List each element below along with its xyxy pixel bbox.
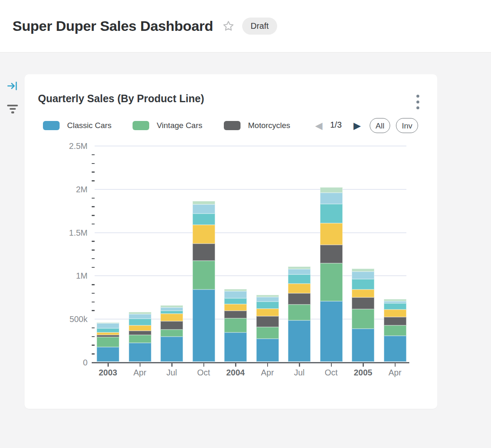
bar-apr-1 — [129, 312, 151, 362]
legend-row: Classic Cars Vintage Cars Motorcycles ◀ … — [25, 117, 437, 134]
bar-segment[interactable] — [320, 223, 343, 245]
bar-segment[interactable] — [160, 307, 183, 311]
y-axis-minor-tick — [92, 206, 95, 207]
bar-segment[interactable] — [352, 289, 374, 297]
favorite-star-icon[interactable] — [222, 20, 235, 32]
bar-segment[interactable] — [193, 214, 215, 225]
bar-segment[interactable] — [288, 269, 311, 275]
legend-swatch — [43, 121, 60, 130]
bar-segment-motorcycles[interactable] — [129, 331, 151, 335]
bar-segment-motorcycles[interactable] — [193, 244, 215, 261]
bar-segment-classic-cars[interactable] — [352, 329, 374, 362]
y-axis-label: 2M — [76, 184, 88, 194]
bar-segment-classic-cars[interactable] — [384, 336, 406, 362]
bar-oct-3 — [193, 201, 215, 362]
bar-segment-vintage-cars[interactable] — [129, 335, 151, 343]
bar-segment[interactable] — [288, 274, 311, 284]
bar-segment-motorcycles[interactable] — [320, 245, 343, 263]
bar-segment[interactable] — [256, 297, 279, 302]
legend-item-classic-cars[interactable]: Classic Cars — [43, 117, 112, 134]
bar-segment-vintage-cars[interactable] — [256, 327, 279, 339]
bar-2003-0 — [97, 322, 119, 362]
y-axis-minor-tick — [92, 353, 95, 355]
bar-segment-motorcycles[interactable] — [352, 297, 374, 309]
bar-segment-motorcycles[interactable] — [288, 293, 311, 305]
bar-segment[interactable] — [129, 325, 151, 331]
legend-next-page-icon[interactable]: ▶ — [353, 119, 361, 132]
bar-segment[interactable] — [129, 314, 151, 319]
bar-segment-vintage-cars[interactable] — [352, 309, 374, 329]
y-axis-minor-tick — [92, 293, 95, 294]
bar-segment-vintage-cars[interactable] — [160, 330, 183, 337]
bar-segment[interactable] — [320, 193, 343, 204]
y-axis-minor-tick — [92, 171, 95, 173]
y-axis-label: 2.5M — [69, 141, 88, 151]
bar-segment[interactable] — [224, 291, 247, 298]
x-axis-tick — [235, 363, 236, 367]
grid-line — [95, 232, 406, 233]
more-options-icon[interactable] — [412, 92, 423, 112]
bar-segment[interactable] — [97, 328, 119, 332]
legend-prev-page-icon[interactable]: ◀ — [315, 119, 323, 132]
y-axis-minor-tick — [92, 215, 95, 216]
y-axis-minor-tick — [92, 154, 95, 156]
bar-segment[interactable] — [256, 302, 279, 309]
y-axis-label: 500k — [70, 315, 88, 324]
bar-segment[interactable] — [193, 225, 215, 244]
bar-segment[interactable] — [224, 298, 247, 304]
y-axis-minor-tick — [92, 163, 95, 164]
bar-segment[interactable] — [352, 272, 374, 279]
filter-icon[interactable] — [6, 102, 19, 116]
bar-segment-vintage-cars[interactable] — [384, 325, 406, 335]
bar-segment[interactable] — [97, 323, 119, 328]
bar-segment[interactable] — [160, 311, 183, 314]
legend-label: Motorcycles — [248, 121, 290, 130]
bar-segment[interactable] — [256, 309, 279, 316]
x-axis-tick — [171, 363, 173, 367]
x-axis-tick — [108, 363, 109, 367]
legend-select-all-button[interactable]: All — [370, 118, 390, 133]
bar-segment-vintage-cars[interactable] — [288, 305, 311, 320]
bar-segment-classic-cars[interactable] — [288, 320, 311, 362]
bar-segment-classic-cars[interactable] — [160, 337, 183, 362]
collapse-panel-icon[interactable] — [6, 79, 19, 93]
bar-segment-motorcycles[interactable] — [384, 317, 406, 326]
bar-segment-motorcycles[interactable] — [160, 321, 183, 330]
y-axis-minor-tick — [92, 249, 95, 251]
bar-segment[interactable] — [384, 303, 406, 310]
bar-segment[interactable] — [320, 187, 343, 193]
y-axis-minor-tick — [92, 241, 95, 242]
legend-swatch — [133, 121, 149, 130]
bar-segment-vintage-cars[interactable] — [97, 337, 119, 347]
bar-segment-classic-cars[interactable] — [129, 343, 151, 362]
bar-segment-vintage-cars[interactable] — [320, 263, 343, 301]
bar-segment-motorcycles[interactable] — [256, 316, 279, 327]
bar-jul-2 — [160, 305, 183, 362]
x-axis-line — [92, 362, 409, 363]
bar-segment[interactable] — [129, 319, 151, 325]
bar-segment[interactable] — [288, 284, 311, 293]
bar-segment[interactable] — [320, 204, 343, 223]
y-axis-label: 0 — [83, 358, 88, 367]
bar-segment[interactable] — [193, 201, 215, 204]
bar-segment[interactable] — [224, 304, 247, 311]
y-axis-minor-tick — [92, 180, 95, 181]
bar-segment-classic-cars[interactable] — [193, 289, 215, 362]
chart-title: Quarterly Sales (By Product Line) — [38, 93, 204, 105]
legend-invert-button[interactable]: Inv — [396, 118, 418, 133]
bar-segment[interactable] — [160, 314, 183, 321]
bar-segment[interactable] — [352, 279, 374, 289]
legend-item-motorcycles[interactable]: Motorcycles — [224, 117, 290, 134]
page-header: Super Duper Sales Dashboard Draft — [0, 0, 491, 53]
bar-segment-classic-cars[interactable] — [320, 301, 343, 362]
bar-segment-classic-cars[interactable] — [256, 339, 279, 362]
bar-segment-vintage-cars[interactable] — [193, 261, 215, 290]
bar-segment-vintage-cars[interactable] — [224, 318, 247, 332]
bar-segment-motorcycles[interactable] — [224, 311, 247, 318]
bar-segment[interactable] — [384, 310, 406, 317]
bar-segment[interactable] — [193, 204, 215, 214]
bar-segment-classic-cars[interactable] — [97, 347, 119, 362]
bar-segment[interactable] — [352, 269, 374, 272]
bar-segment-classic-cars[interactable] — [224, 332, 247, 362]
legend-item-vintage-cars[interactable]: Vintage Cars — [133, 117, 203, 134]
